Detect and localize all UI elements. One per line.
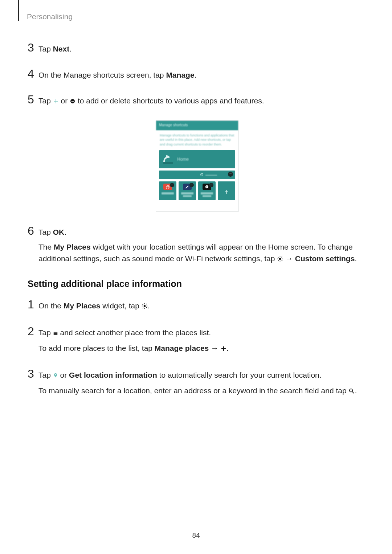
plus-icon: [53, 96, 59, 107]
svg-rect-1: [72, 101, 74, 102]
step-item: 6Tap OK.The My Places widget with your l…: [28, 225, 367, 269]
svg-rect-19: [146, 304, 147, 305]
step-number: 5: [28, 94, 38, 105]
screenshot-cell: −: [179, 181, 196, 200]
step-item: 3Tap Next.: [28, 42, 367, 58]
svg-rect-11: [281, 256, 282, 257]
svg-rect-17: [142, 304, 143, 305]
step-text: Tap or to add or delete shortcuts to var…: [38, 95, 367, 107]
svg-rect-12: [278, 260, 279, 261]
step-body: Tap OK.The My Places widget with your lo…: [38, 225, 367, 269]
step-number: 4: [28, 68, 38, 79]
step-number: 3: [28, 42, 38, 53]
screenshot-cell: −: [198, 181, 216, 200]
step-number: 1: [28, 299, 38, 310]
plus-icon: +: [224, 188, 229, 196]
svg-rect-15: [142, 306, 143, 306]
svg-rect-9: [278, 257, 279, 258]
gear-icon: [277, 254, 283, 265]
steps-group-a: 3Tap Next.4On the Manage shortcuts scree…: [28, 42, 367, 111]
lamp-icon: [162, 153, 174, 165]
svg-rect-22: [53, 333, 57, 334]
step-body: On the My Places widget, tap .: [38, 299, 367, 316]
step-text: To manually search for a location, enter…: [38, 385, 367, 397]
step-text: Tap Next.: [38, 43, 367, 55]
search-icon: [348, 386, 355, 397]
svg-rect-10: [281, 260, 282, 261]
location-pin-icon: [53, 370, 58, 382]
content: 3Tap Next.4On the Manage shortcuts scree…: [25, 13, 367, 401]
screenshot-subrow: −: [159, 171, 235, 179]
screenshot-description: Manage shortcuts to functions and applic…: [156, 130, 238, 151]
plus-icon: [221, 343, 226, 355]
minus-circle-icon: −: [209, 183, 213, 187]
svg-rect-14: [144, 308, 144, 309]
screenshot-wrap: Manage shortcuts Manage shortcuts to fun…: [28, 120, 367, 212]
svg-rect-5: [280, 256, 280, 257]
step-text: On the Manage shortcuts screen, tap Mana…: [38, 69, 367, 81]
svg-rect-18: [146, 307, 147, 308]
header-rule: [18, 0, 19, 21]
phone-screenshot: Manage shortcuts Manage shortcuts to fun…: [156, 120, 238, 212]
steps-group-b: 6Tap OK.The My Places widget with your l…: [28, 225, 367, 269]
svg-rect-23: [53, 334, 57, 335]
page: Personalising 3Tap Next.4On the Manage s…: [0, 0, 392, 554]
screenshot-titlebar: Manage shortcuts: [156, 121, 238, 130]
step-number: 2: [28, 325, 38, 337]
minus-circle-icon: [70, 96, 75, 107]
step-item: 4On the Manage shortcuts screen, tap Man…: [28, 68, 367, 85]
steps-group-c: 1On the My Places widget, tap .2Tap and …: [28, 299, 367, 401]
svg-rect-7: [277, 258, 278, 259]
alarm-icon: [200, 172, 204, 178]
step-text: Tap OK.: [38, 226, 367, 238]
gear-icon: [142, 301, 148, 312]
screenshot-add-cell: +: [218, 181, 235, 200]
svg-rect-6: [280, 260, 280, 262]
svg-rect-13: [144, 303, 144, 304]
step-text: The My Places widget with your location …: [38, 241, 367, 265]
minus-circle-icon: −: [228, 172, 233, 177]
step-text: Tap or Get location information to autom…: [38, 369, 367, 382]
step-text: On the My Places widget, tap .: [38, 300, 367, 312]
step-number: 3: [28, 368, 38, 379]
screenshot-line: [205, 175, 217, 176]
svg-rect-2: [163, 162, 173, 164]
step-body: Tap or Get location information to autom…: [38, 368, 367, 401]
svg-rect-8: [282, 258, 283, 259]
step-text: Tap and select another place from the pl…: [38, 327, 367, 339]
screenshot-home-label: Home: [177, 157, 189, 162]
step-body: Tap and select another place from the pl…: [38, 325, 367, 358]
svg-rect-21: [53, 332, 57, 332]
subheading: Setting additional place information: [28, 279, 367, 289]
step-body: Tap or to add or delete shortcuts to var…: [38, 94, 367, 111]
svg-point-24: [55, 374, 56, 375]
step-body: Tap Next.: [38, 42, 367, 58]
step-body: On the Manage shortcuts screen, tap Mana…: [38, 68, 367, 85]
step-text: To add more places to the list, tap Mana…: [38, 342, 367, 355]
step-item: 2Tap and select another place from the p…: [28, 325, 367, 358]
step-item: 3Tap or Get location information to auto…: [28, 368, 367, 401]
minus-circle-icon: −: [170, 183, 174, 187]
screenshot-cell: @ −: [159, 181, 176, 200]
page-number: 84: [0, 532, 392, 539]
screenshot-bottom-row: @ − − −: [159, 181, 235, 200]
minus-circle-icon: −: [189, 183, 194, 187]
step-number: 6: [28, 225, 38, 237]
step-item: 5Tap or to add or delete shortcuts to va…: [28, 94, 367, 111]
svg-rect-20: [142, 307, 143, 308]
screenshot-home-tile: Home: [159, 150, 235, 168]
step-item: 1On the My Places widget, tap .: [28, 299, 367, 316]
header-section-label: Personalising: [27, 12, 73, 21]
svg-rect-16: [146, 306, 147, 306]
menu-icon: [53, 328, 58, 339]
